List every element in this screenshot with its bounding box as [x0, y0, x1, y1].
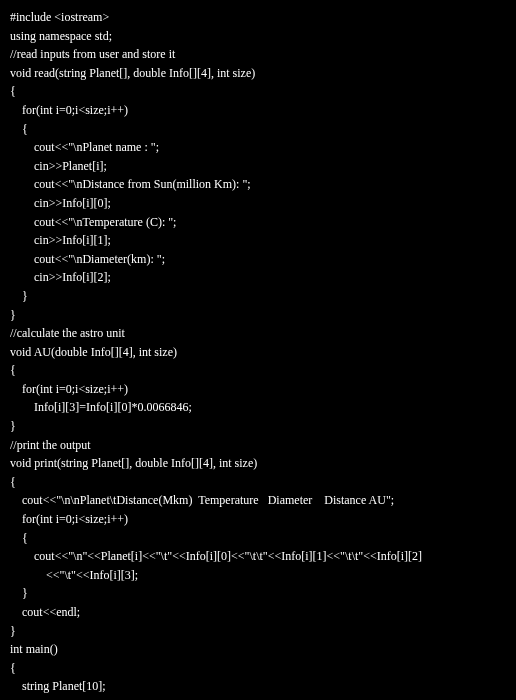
code-line: cout<<"\nDistance from Sun(million Km): …	[10, 175, 506, 194]
code-line: //print the output	[10, 436, 506, 455]
code-line: }	[10, 306, 506, 325]
code-line: <<"\t"<<Info[i][3];	[10, 566, 506, 585]
code-line: {	[10, 529, 506, 548]
code-listing: #include <iostream>using namespace std;/…	[10, 8, 506, 700]
code-line: }	[10, 622, 506, 641]
code-line: {	[10, 473, 506, 492]
code-line: double Info[10][4];	[10, 696, 506, 700]
code-line: string Planet[10];	[10, 677, 506, 696]
code-line: void read(string Planet[], double Info[]…	[10, 64, 506, 83]
code-line: }	[10, 287, 506, 306]
code-line: {	[10, 82, 506, 101]
code-line: cout<<"\n"<<Planet[i]<<"\t"<<Info[i][0]<…	[10, 547, 506, 566]
code-line: void print(string Planet[], double Info[…	[10, 454, 506, 473]
code-line: cin>>Info[i][1];	[10, 231, 506, 250]
code-line: #include <iostream>	[10, 8, 506, 27]
code-line: Info[i][3]=Info[i][0]*0.0066846;	[10, 398, 506, 417]
code-line: using namespace std;	[10, 27, 506, 46]
code-line: {	[10, 361, 506, 380]
code-line: for(int i=0;i<size;i++)	[10, 101, 506, 120]
code-line: //read inputs from user and store it	[10, 45, 506, 64]
code-line: void AU(double Info[][4], int size)	[10, 343, 506, 362]
code-line: {	[10, 659, 506, 678]
code-line: int main()	[10, 640, 506, 659]
code-line: {	[10, 120, 506, 139]
code-line: cin>>Info[i][2];	[10, 268, 506, 287]
code-line: cin>>Info[i][0];	[10, 194, 506, 213]
code-line: }	[10, 417, 506, 436]
code-line: for(int i=0;i<size;i++)	[10, 380, 506, 399]
code-line: cout<<"\nDiameter(km): ";	[10, 250, 506, 269]
code-line: cin>>Planet[i];	[10, 157, 506, 176]
code-line: cout<<"\nTemperature (C): ";	[10, 213, 506, 232]
code-line: cout<<"\nPlanet name : ";	[10, 138, 506, 157]
code-line: }	[10, 584, 506, 603]
code-line: for(int i=0;i<size;i++)	[10, 510, 506, 529]
code-line: cout<<endl;	[10, 603, 506, 622]
code-line: //calculate the astro unit	[10, 324, 506, 343]
code-line: cout<<"\n\nPlanet\tDistance(Mkm) Tempera…	[10, 491, 506, 510]
